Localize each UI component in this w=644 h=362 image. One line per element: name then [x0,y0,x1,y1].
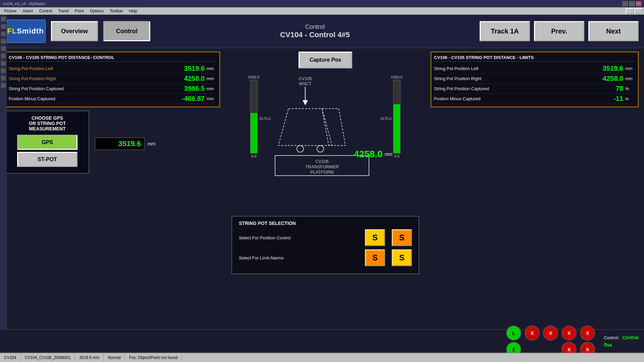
table-row: String Pot Position Captured 78 % [434,84,635,94]
row-value: 3519.6 [171,65,205,72]
left-gauge-max: 6350.0 [248,75,260,79]
limits-box-title: CV106 - CV105 STRING POT DISTANCE - LIMI… [434,55,635,62]
right-readout-value: 4258.0 [354,149,383,160]
row-value: 3519.6 [590,65,623,72]
row-label: Postion Minus Captured [9,96,171,101]
row-value: 3986.5 [171,85,205,93]
menu-bar: Picture Alarm Control Trend Point Option… [0,7,644,15]
sidebar-icon[interactable] [1,39,6,44]
gps-readout-unit: mm [148,141,155,146]
menu-control[interactable]: Control [37,8,55,14]
prev-button[interactable]: Prev. [534,21,584,41]
st-pot-button[interactable]: ST-POT [17,152,77,167]
control-info: Control: Central flsa [604,335,639,348]
row-value: 78 [590,85,623,93]
sp-limits-btn2[interactable]: S [392,249,412,266]
menu-help[interactable]: Help [126,8,140,14]
control-row: Control: Central [604,335,639,340]
control-button[interactable]: Control [103,21,150,41]
svg-text:MSCT: MSCT [299,81,312,86]
menu-options[interactable]: Options [87,8,106,14]
control-box-title: CV106 - CV105 STRING POT DISTANCE- CONTR… [9,55,217,62]
sp-row-position: Select For Position Control S S [239,229,412,246]
menu-trend[interactable]: Trend [55,8,71,14]
right-gauge-mid: 3175.0 [380,117,392,121]
left-gauge-min: 0.0 [251,154,256,158]
sp-row-limits: Select For Limit Alarms S S [239,249,412,266]
row-unit: mm [207,96,217,101]
right-gauge-fill [393,104,400,153]
title-bar: cv104_m1_c4 - OpStation ─ □ ✕ [0,0,644,7]
page-title-area: Control CV104 - Control 4#5 [156,23,474,39]
diagram-area: 6350.0 3175.0 0.0 CV105 MSCT [248,72,402,213]
track-button[interactable]: Track 1A [480,21,530,41]
row-value: 4258.0 [590,75,623,82]
center-panel: Capture Pos 6350.0 3175.0 0.0 CV105 MSCT [225,52,425,333]
left-gauge-bar: 3175.0 [250,80,258,154]
user-row: flsa [604,342,639,348]
lz-indicators: L Z [506,325,521,357]
control-label: Control: [604,335,619,340]
table-row: Postion Minus Captured -466.87 mm [9,94,217,104]
row-label: String Pot Position Left [434,66,590,71]
logo-smith: Smidth [17,27,44,36]
page-title: Control [305,23,325,31]
window-title: cv104_m1_c4 - OpStation [3,2,623,6]
row-unit: mm [207,76,217,81]
svg-marker-4 [278,109,332,145]
close-button[interactable]: ✕ [636,1,641,6]
x-indicators-1: X [525,325,540,357]
menu-picture[interactable]: Picture [1,8,19,14]
window-controls: ─ □ ✕ [623,1,641,6]
svg-marker-3 [303,100,308,105]
nav-buttons: Track 1A Prev. Next [480,21,639,41]
string-pot-section: STRING POT SELECTION Select For Position… [231,216,419,274]
sidebar-icon[interactable] [1,32,6,36]
status-bar: CV104 CV104_CV106_ZI066001 3519.6 mm Nor… [0,353,644,362]
capture-pos-button[interactable]: Capture Pos [299,52,352,68]
table-row: String Pot Position Left 3519.6 mm [434,64,635,74]
gps-title: CHOOSE GPS OR STRING POT MEASUREMENT [10,115,85,131]
svg-marker-5 [322,109,345,145]
status-message: Fss: Object/Point not found [125,353,182,362]
minimize-button[interactable]: ─ [623,1,628,6]
x1-indicator: X [525,325,540,341]
overview-button[interactable]: Overview [51,21,98,41]
row-label: String Pot Position Left [9,66,171,71]
row-value: -466.87 [171,95,205,103]
row-unit: mm [625,66,635,71]
user-value: flsa [604,342,612,348]
sp-position-label: Select For Position Control [239,235,358,240]
left-panel: CV106 - CV105 STRING POT DISTANCE- CONTR… [5,52,220,333]
svg-text:PLATFORM: PLATFORM [310,170,334,175]
sp-position-btn1[interactable]: S [365,229,385,246]
sp-limits-btn1[interactable]: S [365,249,385,266]
nav-back-arrow[interactable]: ← [626,8,634,14]
menu-toolbar[interactable]: Toolbar [107,8,125,14]
sidebar-icon[interactable] [1,17,6,21]
sidebar-icon[interactable] [1,83,6,88]
next-button[interactable]: Next [588,21,639,41]
x2-indicator: X [543,325,558,341]
nav-forward-arrow[interactable]: → [635,8,643,14]
row-unit: % [625,86,635,91]
row-unit: mm [207,86,217,91]
gps-readout: 3519.6 [95,137,145,150]
menu-alarm[interactable]: Alarm [20,8,36,14]
sp-position-btn2[interactable]: S [392,229,412,246]
table-row: String Pot Position Right 4258.0 mm [9,74,217,84]
sidebar-icon[interactable] [1,76,6,80]
sidebar-icon[interactable] [1,24,6,29]
gps-button[interactable]: GPS [17,135,77,150]
left-gauge-fill [251,113,257,153]
sidebar-icon[interactable] [1,68,6,73]
menu-point[interactable]: Point [72,8,86,14]
sidebar-icon[interactable] [1,46,6,51]
sidebar-icon[interactable] [1,61,6,66]
sidebar-icon[interactable] [1,54,6,58]
svg-point-7 [317,145,324,152]
maximize-button[interactable]: □ [629,1,635,6]
svg-text:TRANSFORMER: TRANSFORMER [305,164,339,169]
logo-fl: FL [7,27,17,36]
gps-box: CHOOSE GPS OR STRING POT MEASUREMENT GPS… [5,111,89,174]
